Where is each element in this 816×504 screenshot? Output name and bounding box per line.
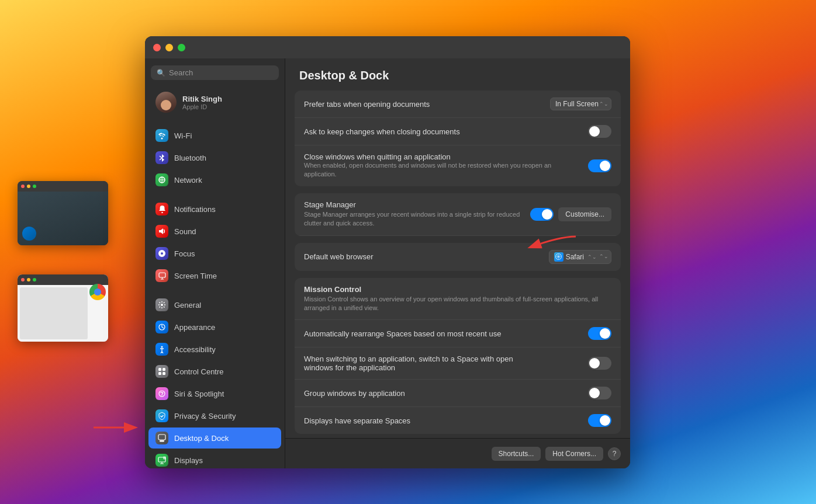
- sidebar-label-displays: Displays: [174, 456, 203, 465]
- search-box[interactable]: 🔍 Search: [151, 65, 279, 80]
- auto-rearrange-toggle[interactable]: [588, 327, 611, 340]
- hot-corners-button[interactable]: Hot Corners...: [545, 447, 603, 461]
- mission-control-sublabel: Mission Control shows an overview of you…: [304, 295, 611, 313]
- stage-manager-customise-button[interactable]: Customise...: [558, 207, 611, 221]
- close-windows-toggle[interactable]: [588, 159, 611, 172]
- setting-row-auto-rearrange: Automatically rearrange Spaces based on …: [295, 320, 621, 347]
- avatar: [155, 92, 177, 113]
- desktopdock-icon: [155, 432, 168, 444]
- stage-manager-label: Stage Manager: [304, 200, 530, 209]
- focus-icon: [155, 247, 168, 260]
- shortcuts-button[interactable]: Shortcuts...: [492, 447, 541, 461]
- displays-spaces-toggle[interactable]: [588, 414, 611, 427]
- general-icon: [155, 298, 168, 311]
- maximize-button[interactable]: [178, 44, 185, 51]
- displays-icon: [155, 454, 168, 467]
- siri-icon: [155, 387, 168, 400]
- svg-point-13: [161, 395, 162, 396]
- sidebar-item-accessibility[interactable]: Accessibility: [148, 339, 281, 360]
- sidebar-item-privacy[interactable]: Privacy & Security: [148, 405, 281, 426]
- ask-keep-toggle[interactable]: [588, 125, 611, 138]
- user-name: Ritik Singh: [182, 95, 222, 103]
- svg-point-3: [161, 212, 162, 213]
- sidebar-label-screentime: Screen Time: [174, 272, 217, 280]
- setting-row-browser: Default web browser: [295, 243, 621, 271]
- sidebar-label-bluetooth: Bluetooth: [174, 154, 206, 162]
- group-windows-label: Group windows by application: [304, 389, 405, 398]
- sidebar-label-controlcentre: Control Centre: [174, 367, 224, 376]
- prefer-tabs-select[interactable]: In Full Screen: [550, 98, 611, 110]
- window-body: 🔍 Search Ritik Singh Apple ID: [145, 58, 630, 468]
- sidebar-item-sound[interactable]: Sound: [148, 221, 281, 242]
- stage-manager-toggle[interactable]: [530, 208, 554, 221]
- sidebar-item-displays[interactable]: Displays: [148, 450, 281, 468]
- prefer-tabs-select-wrapper[interactable]: In Full Screen: [550, 98, 611, 110]
- sidebar-label-accessibility: Accessibility: [174, 345, 216, 354]
- sidebar-item-general[interactable]: General: [148, 294, 281, 315]
- setting-row-displays-spaces: Displays have separate Spaces: [295, 407, 621, 434]
- help-button[interactable]: ?: [608, 447, 621, 460]
- appearance-icon: [155, 321, 168, 333]
- system-preferences-window: 🔍 Search Ritik Singh Apple ID: [145, 36, 630, 468]
- sidebar-item-screentime[interactable]: Screen Time: [148, 265, 281, 286]
- svg-rect-9: [162, 368, 165, 371]
- svg-point-5: [161, 304, 163, 306]
- sidebar-label-network: Network: [174, 176, 202, 185]
- search-placeholder: Search: [169, 68, 193, 77]
- sidebar-label-general: General: [174, 301, 201, 310]
- main-content: Desktop & Dock Prefer tabs when opening …: [285, 58, 630, 438]
- page-title: Desktop & Dock: [285, 58, 630, 91]
- svg-rect-14: [158, 435, 165, 440]
- sidebar-item-appearance[interactable]: Appearance: [148, 317, 281, 338]
- browser-label: Default web browser: [304, 252, 374, 261]
- sidebar-item-notifications[interactable]: Notifications: [148, 199, 281, 220]
- browser-select-wrapper[interactable]: Safari ⌃⌄: [549, 250, 611, 264]
- svg-rect-17: [163, 457, 166, 460]
- sidebar-label-privacy: Privacy & Security: [174, 412, 236, 420]
- settings-group-browser: Default web browser: [295, 243, 621, 271]
- stage-manager-sublabel: Stage Manager arranges your recent windo…: [304, 210, 530, 228]
- sidebar-item-controlcentre[interactable]: Control Centre: [148, 361, 281, 382]
- setting-row-ask-keep: Ask to keep changes when closing documen…: [295, 118, 621, 145]
- auto-rearrange-label: Automatically rearrange Spaces based on …: [304, 329, 501, 338]
- svg-rect-10: [158, 372, 161, 375]
- mission-control-header: Mission Control Mission Control shows an…: [295, 278, 621, 321]
- sidebar-label-focus: Focus: [174, 249, 195, 258]
- accessibility-icon: [155, 343, 168, 356]
- sidebar-item-focus[interactable]: Focus: [148, 243, 281, 264]
- privacy-icon: [155, 409, 168, 422]
- minimize-button[interactable]: [165, 44, 173, 51]
- screentime-icon: [155, 269, 168, 282]
- stage-manager-row: Stage Manager Stage Manager arranges you…: [295, 193, 621, 236]
- close-button[interactable]: [153, 44, 161, 51]
- sidebar-label-notifications: Notifications: [174, 205, 216, 214]
- close-windows-sublabel: When enabled, open documents and windows…: [304, 161, 581, 179]
- setting-row-close-windows: Close windows when quitting an applicati…: [295, 145, 621, 186]
- close-windows-label: Close windows when quitting an applicati…: [304, 152, 581, 161]
- sidebar-item-desktopdock[interactable]: Desktop & Dock: [148, 427, 281, 449]
- sidebar: 🔍 Search Ritik Singh Apple ID: [145, 58, 285, 468]
- svg-line-1: [160, 158, 162, 161]
- sidebar-label-desktopdock: Desktop & Dock: [174, 434, 229, 443]
- switch-space-toggle[interactable]: [588, 357, 611, 370]
- safari-icon: [554, 252, 563, 262]
- setting-row-group-windows: Group windows by application: [295, 380, 621, 407]
- desktop-thumbnail-2: [18, 274, 108, 342]
- browser-value: Safari: [566, 253, 584, 261]
- notifications-icon: [155, 203, 168, 215]
- sidebar-item-bluetooth[interactable]: Bluetooth: [148, 147, 281, 168]
- sidebar-item-wifi[interactable]: Wi-Fi: [148, 125, 281, 146]
- sidebar-item-network[interactable]: Network: [148, 169, 281, 190]
- sidebar-item-siri[interactable]: Siri & Spotlight: [148, 383, 281, 404]
- user-profile[interactable]: Ritik Singh Apple ID: [148, 87, 281, 117]
- controlcentre-icon: [155, 365, 168, 378]
- setting-row-switch-space: When switching to an application, switch…: [295, 347, 621, 380]
- displays-spaces-label: Displays have separate Spaces: [304, 416, 410, 425]
- user-info: Ritik Singh Apple ID: [182, 95, 222, 110]
- settings-group-mission-control: Mission Control Mission Control shows an…: [295, 278, 621, 435]
- group-windows-toggle[interactable]: [588, 387, 611, 399]
- mission-control-title: Mission Control: [304, 285, 611, 294]
- setting-row-prefer-tabs: Prefer tabs when opening documents In Fu…: [295, 91, 621, 118]
- ask-keep-label: Ask to keep changes when closing documen…: [304, 127, 460, 136]
- desktop: 🔍 Search Ritik Singh Apple ID: [0, 0, 816, 504]
